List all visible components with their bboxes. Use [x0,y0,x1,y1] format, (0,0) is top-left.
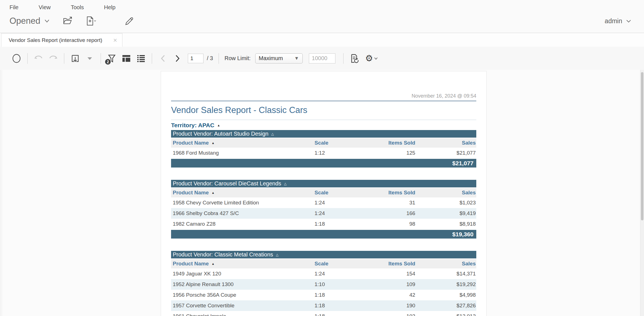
toolbar-divider [343,53,344,64]
cell-sales: $9,419 [415,210,476,216]
column-header-label: Product Name [173,140,209,146]
chevron-down-icon [626,20,631,23]
table-row: 1966 Shelby Cobra 427 S/C1:24166$9,419 [171,208,476,219]
column-header-scale[interactable]: Scale [314,261,363,267]
vendor-group-band[interactable]: Product Vendor: Autoart Studio Design△ [171,130,476,138]
gear-icon: ⚙ [365,54,373,63]
filter-count-badge: 2 [105,58,111,65]
table-row: 1952 Alpine Renault 13001:10109$19,292 [171,279,476,290]
row-limit-select[interactable]: Maximum ▼ [255,53,303,63]
column-header-product-name[interactable]: Product Name▲ [171,261,314,267]
scrollbar-thumb[interactable] [641,72,643,220]
vertical-scrollbar[interactable] [640,70,644,316]
column-header-product-name[interactable]: Product Name▲ [171,140,314,146]
cell-scale: 1:12 [314,150,363,156]
vendor-group-label: Product Vendor: Autoart Studio Design [173,131,268,137]
column-header-sales[interactable]: Sales [415,261,476,267]
group-collapse-icon[interactable]: △ [276,253,278,257]
undo-button[interactable] [33,52,44,65]
cell-scale: 1:18 [314,221,363,227]
tab-close-icon[interactable]: × [113,36,117,44]
list-icon [136,54,146,63]
cell-items-sold: 190 [363,303,415,309]
tab-vendor-sales-report[interactable]: Vendor Sales Report (interactive report)… [1,33,122,47]
cell-sales: $27,826 [415,303,476,309]
chevron-down-icon [44,19,50,23]
caret-down-icon [87,57,92,60]
cell-items-sold: 154 [363,271,415,277]
previous-page-button[interactable] [158,52,168,65]
cell-scale: 1:18 [314,303,363,309]
vendor-group: Product Vendor: Autoart Studio Design△Pr… [171,130,476,168]
tab-strip: Vendor Sales Report (interactive report)… [0,33,644,47]
open-folder-button[interactable] [63,16,73,25]
refresh-report-button[interactable] [349,52,360,65]
column-header-items-sold[interactable]: Items Sold [363,261,415,267]
column-header-product-name[interactable]: Product Name▲ [171,190,314,196]
group-total-row: $19,360 [171,230,476,239]
chevron-down-icon [374,57,378,60]
table-row: 1957 Corvette Convertible1:18190$27,826 [171,300,476,311]
column-header-sales[interactable]: Sales [415,190,476,196]
spinner-button[interactable] [11,52,22,65]
table-row: 1982 Camaro Z281:1898$8,918 [171,219,476,229]
app-toolbar: Opened a [0,12,644,30]
table-row: 1961 Chevrolet Impala1:18102$12,013 [171,311,476,316]
cell-product-name: 1949 Jaguar XK 120 [171,271,314,277]
column-header-row: Product Name▲ScaleItems SoldSales [171,259,476,268]
report-page: November 16, 2024 @ 09:54 Vendor Sales R… [161,71,487,316]
territory-group-header[interactable]: Territory: APAC ▲ [171,122,476,129]
vendor-group-band[interactable]: Product Vendor: Carousel DieCast Legends… [171,180,476,187]
cell-items-sold: 125 [363,150,415,156]
column-header-items-sold[interactable]: Items Sold [363,190,415,196]
cell-sales: $12,013 [415,313,476,316]
column-header-label: Product Name [173,190,209,196]
menu-help[interactable]: Help [104,4,115,11]
sort-ascending-icon: ▲ [212,191,215,194]
group-collapse-icon[interactable]: △ [271,132,274,136]
bookmarks-list-button[interactable] [136,52,146,65]
current-page-input[interactable] [188,54,203,63]
settings-button[interactable]: ⚙ [365,52,378,65]
vendor-group-band[interactable]: Product Vendor: Classic Metal Creations△ [171,251,476,258]
column-header-sales[interactable]: Sales [415,140,476,146]
cell-scale: 1:24 [314,210,363,216]
cell-items-sold: 102 [363,313,415,316]
opened-dropdown[interactable]: Opened [10,16,50,26]
menu-tools[interactable]: Tools [71,4,84,11]
menu-file[interactable]: File [10,4,18,11]
report-title: Vendor Sales Report - Classic Cars [171,105,476,115]
vendor-group-label: Product Vendor: Classic Metal Creations [173,251,273,258]
filters-button[interactable]: 2 [106,52,117,65]
toolbar-divider [152,53,152,64]
next-page-button[interactable] [172,52,183,65]
row-count-input[interactable] [309,53,335,63]
export-options-caret[interactable] [84,52,95,65]
report-viewer-canvas: November 16, 2024 @ 09:54 Vendor Sales R… [0,70,644,316]
toolbar-divider [27,53,28,64]
column-header-items-sold[interactable]: Items Sold [363,140,415,146]
menu-view[interactable]: View [39,4,51,11]
edit-report-button[interactable] [125,16,134,26]
chevron-left-icon [160,55,165,62]
cell-sales: $21,077 [415,150,476,156]
title-rule [171,101,476,101]
territory-label: Territory: APAC [171,122,214,129]
page-count-label: / 3 [207,55,213,62]
toolbar-divider [64,53,64,64]
redo-button[interactable] [48,52,58,65]
layout-panel-button[interactable] [121,52,132,65]
group-collapse-icon[interactable]: △ [284,182,287,186]
cell-sales: $4,998 [415,292,476,298]
export-button[interactable] [70,52,80,65]
row-limit-label: Row Limit: [224,55,250,62]
collapse-arrow-icon[interactable]: ▲ [217,124,220,127]
column-header-scale[interactable]: Scale [314,190,363,196]
vendor-group: Product Vendor: Carousel DieCast Legends… [171,180,476,239]
column-header-scale[interactable]: Scale [314,140,363,146]
tab-title: Vendor Sales Report (interactive report) [9,37,110,43]
user-menu[interactable]: admin [605,17,631,25]
user-name: admin [605,17,622,25]
refresh-document-icon [349,53,359,63]
new-report-button[interactable] [86,16,97,26]
